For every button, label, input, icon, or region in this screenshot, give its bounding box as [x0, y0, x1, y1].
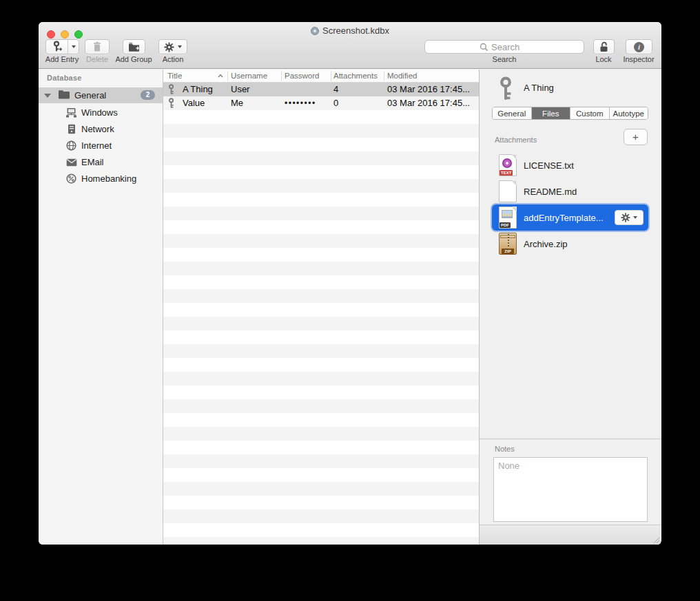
add-entry-button[interactable]	[45, 39, 79, 54]
content-area: Database General 2	[39, 70, 661, 545]
column-divider	[281, 71, 282, 81]
cell-password: ••••••••	[285, 96, 316, 110]
table-body[interactable]: A Thing User 4 03 Mar 2016 17:45... Valu…	[163, 83, 479, 545]
sidebar-item-windows[interactable]: Windows	[39, 105, 163, 120]
folder-icon	[58, 89, 70, 101]
server-icon	[65, 124, 78, 134]
key-icon	[167, 84, 175, 95]
add-group-button[interactable]	[123, 39, 145, 54]
sidebar-item-homebanking[interactable]: Homebanking	[39, 171, 163, 187]
text-file-icon: TEXT	[499, 154, 517, 176]
lock-button[interactable]	[593, 39, 615, 54]
titlebar-toolbar: Screenshot.kdbx Add Entry Delet	[39, 22, 661, 69]
sidebar-item-label: EMail	[81, 157, 104, 167]
file-type-tag: PDF	[500, 222, 511, 228]
document-file-icon	[499, 180, 517, 202]
add-entry-dropdown[interactable]	[68, 40, 79, 54]
attachment-row[interactable]: README.md	[492, 178, 648, 204]
window-title: Screenshot.kdbx	[39, 25, 661, 36]
search-input[interactable]	[491, 42, 529, 52]
sidebar-item-email[interactable]: EMail	[39, 154, 163, 170]
cell-modified: 03 Mar 2016 17:45...	[387, 96, 470, 110]
inspector-button[interactable]: i	[626, 39, 652, 54]
delete-button[interactable]	[85, 39, 110, 54]
inspector-label: Inspector	[623, 55, 654, 63]
attachment-name: Archive.zip	[524, 239, 568, 249]
notes-section-label: Notes	[495, 445, 515, 453]
sidebar-section-header: Database	[47, 74, 82, 82]
cell-title: A Thing	[183, 83, 213, 96]
table-row[interactable]: Value Me •••••••• 0 03 Mar 2016 17:45...	[163, 96, 479, 110]
key-icon	[167, 98, 175, 109]
file-type-tag: ZIP	[502, 249, 514, 254]
windows-icon	[65, 107, 78, 118]
inspector-bottom-bar	[480, 525, 661, 545]
search-icon	[480, 43, 488, 52]
trash-icon	[92, 41, 102, 52]
window-title-text: Screenshot.kdbx	[322, 25, 389, 36]
app-window: Screenshot.kdbx Add Entry Delet	[39, 22, 661, 545]
zip-file-icon: ZIP	[499, 233, 517, 255]
table-header: Title Username Password Attachments Modi…	[163, 70, 479, 83]
pdf-file-icon: PDF	[499, 207, 517, 229]
column-header-attachments[interactable]: Attachments	[333, 70, 378, 83]
sidebar-item-label: Homebanking	[81, 173, 136, 184]
divider	[480, 439, 661, 439]
lock-label: Lock	[595, 55, 611, 63]
tab-custom[interactable]: Custom	[570, 107, 610, 119]
resize-grip[interactable]	[652, 536, 659, 543]
column-divider	[227, 71, 228, 81]
key-plus-icon[interactable]	[46, 40, 68, 54]
entry-key-icon	[497, 76, 515, 101]
sidebar-item-label: Internet	[81, 140, 112, 151]
add-group-label: Add Group	[115, 55, 152, 63]
delete-label: Delete	[86, 55, 108, 63]
sidebar: Database General 2	[39, 70, 163, 545]
chevron-down-icon	[633, 216, 637, 219]
attachment-row-selected[interactable]: PDF addEntryTemplate....	[492, 204, 648, 231]
envelope-icon	[65, 158, 78, 167]
folder-plus-icon	[128, 42, 140, 52]
attachment-name: LICENSE.txt	[524, 160, 574, 171]
action-label: Action	[163, 55, 184, 63]
chevron-down-icon	[178, 45, 182, 48]
column-header-title[interactable]: Title	[167, 70, 182, 83]
notes-textarea[interactable]	[493, 457, 648, 522]
sidebar-item-label: Windows	[81, 107, 118, 118]
tab-autotype[interactable]: Autotype	[610, 107, 648, 119]
sidebar-item-general[interactable]: General 2	[39, 87, 163, 103]
cell-username: User	[231, 83, 249, 96]
sidebar-item-label: General	[74, 90, 106, 101]
attachment-row[interactable]: TEXT LICENSE.txt	[492, 152, 648, 178]
entry-table: Title Username Password Attachments Modi…	[163, 70, 479, 545]
column-header-username[interactable]: Username	[231, 70, 267, 83]
action-button[interactable]	[158, 39, 187, 54]
cell-username: Me	[231, 96, 243, 110]
search-field[interactable]	[424, 40, 584, 54]
add-entry-label: Add Entry	[45, 55, 79, 63]
column-header-modified[interactable]: Modified	[387, 70, 417, 83]
gear-icon	[621, 213, 630, 222]
cell-attachments: 4	[333, 83, 338, 96]
tab-general[interactable]: General	[493, 107, 532, 119]
document-proxy-icon	[311, 27, 319, 35]
table-row[interactable]: A Thing User 4 03 Mar 2016 17:45...	[163, 83, 479, 96]
disclosure-triangle-icon[interactable]	[44, 94, 51, 98]
attachment-row[interactable]: ZIP Archive.zip	[492, 231, 648, 257]
add-attachment-button[interactable]: +	[624, 129, 648, 145]
entry-count-badge: 2	[141, 90, 155, 100]
info-icon: i	[634, 42, 644, 52]
globe-icon	[65, 140, 78, 151]
search-toolbar-label: Search	[493, 55, 517, 63]
sidebar-item-network[interactable]: Network	[39, 121, 163, 137]
percent-circle-icon	[65, 173, 78, 184]
inspector-tabs: General Files Custom Autotype	[492, 107, 648, 120]
column-header-password[interactable]: Password	[285, 70, 320, 83]
gear-icon	[164, 42, 174, 52]
tab-files[interactable]: Files	[532, 107, 571, 119]
cell-modified: 03 Mar 2016 17:45...	[387, 83, 470, 96]
sort-ascending-icon	[218, 74, 223, 78]
sidebar-item-internet[interactable]: Internet	[39, 138, 163, 154]
pdf-thumbnail	[502, 210, 513, 218]
attachment-action-button[interactable]	[615, 210, 644, 225]
